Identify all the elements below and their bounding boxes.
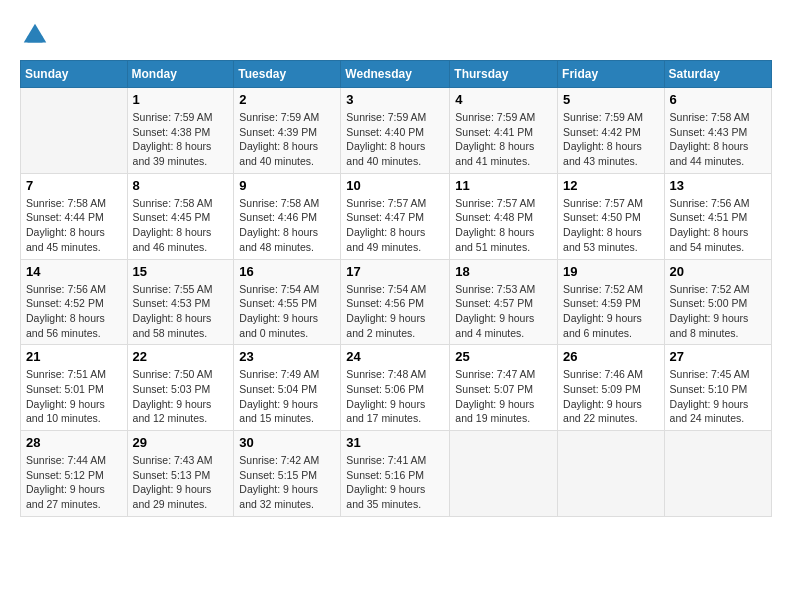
svg-rect-1 [28, 37, 43, 43]
calendar-cell: 19Sunrise: 7:52 AMSunset: 4:59 PMDayligh… [558, 259, 665, 345]
day-number: 31 [346, 435, 444, 450]
day-info: Sunrise: 7:44 AMSunset: 5:12 PMDaylight:… [26, 453, 122, 512]
day-number: 18 [455, 264, 552, 279]
day-number: 23 [239, 349, 335, 364]
day-info: Sunrise: 7:58 AMSunset: 4:44 PMDaylight:… [26, 196, 122, 255]
day-number: 21 [26, 349, 122, 364]
calendar-cell: 20Sunrise: 7:52 AMSunset: 5:00 PMDayligh… [664, 259, 771, 345]
calendar-cell: 1Sunrise: 7:59 AMSunset: 4:38 PMDaylight… [127, 88, 234, 174]
calendar-cell: 26Sunrise: 7:46 AMSunset: 5:09 PMDayligh… [558, 345, 665, 431]
day-number: 22 [133, 349, 229, 364]
day-info: Sunrise: 7:46 AMSunset: 5:09 PMDaylight:… [563, 367, 659, 426]
calendar-week-row: 21Sunrise: 7:51 AMSunset: 5:01 PMDayligh… [21, 345, 772, 431]
day-info: Sunrise: 7:54 AMSunset: 4:56 PMDaylight:… [346, 282, 444, 341]
calendar-cell: 28Sunrise: 7:44 AMSunset: 5:12 PMDayligh… [21, 431, 128, 517]
day-info: Sunrise: 7:50 AMSunset: 5:03 PMDaylight:… [133, 367, 229, 426]
day-number: 28 [26, 435, 122, 450]
day-number: 8 [133, 178, 229, 193]
calendar-cell: 2Sunrise: 7:59 AMSunset: 4:39 PMDaylight… [234, 88, 341, 174]
weekday-header: Tuesday [234, 61, 341, 88]
day-number: 16 [239, 264, 335, 279]
calendar-cell: 5Sunrise: 7:59 AMSunset: 4:42 PMDaylight… [558, 88, 665, 174]
calendar-week-row: 28Sunrise: 7:44 AMSunset: 5:12 PMDayligh… [21, 431, 772, 517]
day-info: Sunrise: 7:52 AMSunset: 4:59 PMDaylight:… [563, 282, 659, 341]
calendar-cell: 7Sunrise: 7:58 AMSunset: 4:44 PMDaylight… [21, 173, 128, 259]
calendar-cell: 25Sunrise: 7:47 AMSunset: 5:07 PMDayligh… [450, 345, 558, 431]
day-number: 26 [563, 349, 659, 364]
calendar-cell: 9Sunrise: 7:58 AMSunset: 4:46 PMDaylight… [234, 173, 341, 259]
day-number: 9 [239, 178, 335, 193]
day-number: 27 [670, 349, 766, 364]
day-number: 15 [133, 264, 229, 279]
weekday-header: Sunday [21, 61, 128, 88]
day-number: 6 [670, 92, 766, 107]
day-number: 14 [26, 264, 122, 279]
day-info: Sunrise: 7:43 AMSunset: 5:13 PMDaylight:… [133, 453, 229, 512]
calendar-cell [21, 88, 128, 174]
day-number: 17 [346, 264, 444, 279]
day-number: 24 [346, 349, 444, 364]
calendar-table: SundayMondayTuesdayWednesdayThursdayFrid… [20, 60, 772, 517]
day-info: Sunrise: 7:52 AMSunset: 5:00 PMDaylight:… [670, 282, 766, 341]
logo [20, 20, 54, 50]
day-number: 1 [133, 92, 229, 107]
day-info: Sunrise: 7:45 AMSunset: 5:10 PMDaylight:… [670, 367, 766, 426]
calendar-cell: 18Sunrise: 7:53 AMSunset: 4:57 PMDayligh… [450, 259, 558, 345]
day-info: Sunrise: 7:59 AMSunset: 4:38 PMDaylight:… [133, 110, 229, 169]
weekday-header: Saturday [664, 61, 771, 88]
calendar-cell: 31Sunrise: 7:41 AMSunset: 5:16 PMDayligh… [341, 431, 450, 517]
day-info: Sunrise: 7:57 AMSunset: 4:48 PMDaylight:… [455, 196, 552, 255]
weekday-header: Wednesday [341, 61, 450, 88]
day-info: Sunrise: 7:57 AMSunset: 4:50 PMDaylight:… [563, 196, 659, 255]
day-number: 4 [455, 92, 552, 107]
day-number: 10 [346, 178, 444, 193]
day-number: 11 [455, 178, 552, 193]
calendar-cell: 23Sunrise: 7:49 AMSunset: 5:04 PMDayligh… [234, 345, 341, 431]
day-info: Sunrise: 7:58 AMSunset: 4:45 PMDaylight:… [133, 196, 229, 255]
day-info: Sunrise: 7:51 AMSunset: 5:01 PMDaylight:… [26, 367, 122, 426]
weekday-header: Thursday [450, 61, 558, 88]
calendar-cell: 8Sunrise: 7:58 AMSunset: 4:45 PMDaylight… [127, 173, 234, 259]
day-info: Sunrise: 7:41 AMSunset: 5:16 PMDaylight:… [346, 453, 444, 512]
day-number: 30 [239, 435, 335, 450]
calendar-cell: 12Sunrise: 7:57 AMSunset: 4:50 PMDayligh… [558, 173, 665, 259]
day-info: Sunrise: 7:59 AMSunset: 4:42 PMDaylight:… [563, 110, 659, 169]
day-number: 19 [563, 264, 659, 279]
day-number: 5 [563, 92, 659, 107]
calendar-cell: 14Sunrise: 7:56 AMSunset: 4:52 PMDayligh… [21, 259, 128, 345]
day-info: Sunrise: 7:59 AMSunset: 4:40 PMDaylight:… [346, 110, 444, 169]
day-info: Sunrise: 7:57 AMSunset: 4:47 PMDaylight:… [346, 196, 444, 255]
day-number: 3 [346, 92, 444, 107]
calendar-week-row: 14Sunrise: 7:56 AMSunset: 4:52 PMDayligh… [21, 259, 772, 345]
day-info: Sunrise: 7:59 AMSunset: 4:41 PMDaylight:… [455, 110, 552, 169]
day-info: Sunrise: 7:42 AMSunset: 5:15 PMDaylight:… [239, 453, 335, 512]
calendar-cell: 15Sunrise: 7:55 AMSunset: 4:53 PMDayligh… [127, 259, 234, 345]
day-info: Sunrise: 7:54 AMSunset: 4:55 PMDaylight:… [239, 282, 335, 341]
calendar-cell: 30Sunrise: 7:42 AMSunset: 5:15 PMDayligh… [234, 431, 341, 517]
day-number: 7 [26, 178, 122, 193]
day-info: Sunrise: 7:58 AMSunset: 4:46 PMDaylight:… [239, 196, 335, 255]
day-info: Sunrise: 7:47 AMSunset: 5:07 PMDaylight:… [455, 367, 552, 426]
calendar-cell [558, 431, 665, 517]
day-info: Sunrise: 7:55 AMSunset: 4:53 PMDaylight:… [133, 282, 229, 341]
weekday-header-row: SundayMondayTuesdayWednesdayThursdayFrid… [21, 61, 772, 88]
weekday-header: Monday [127, 61, 234, 88]
day-number: 29 [133, 435, 229, 450]
calendar-cell: 4Sunrise: 7:59 AMSunset: 4:41 PMDaylight… [450, 88, 558, 174]
weekday-header: Friday [558, 61, 665, 88]
day-number: 13 [670, 178, 766, 193]
calendar-cell: 16Sunrise: 7:54 AMSunset: 4:55 PMDayligh… [234, 259, 341, 345]
calendar-week-row: 7Sunrise: 7:58 AMSunset: 4:44 PMDaylight… [21, 173, 772, 259]
day-info: Sunrise: 7:56 AMSunset: 4:52 PMDaylight:… [26, 282, 122, 341]
day-info: Sunrise: 7:56 AMSunset: 4:51 PMDaylight:… [670, 196, 766, 255]
calendar-cell: 10Sunrise: 7:57 AMSunset: 4:47 PMDayligh… [341, 173, 450, 259]
calendar-week-row: 1Sunrise: 7:59 AMSunset: 4:38 PMDaylight… [21, 88, 772, 174]
day-number: 2 [239, 92, 335, 107]
calendar-cell: 13Sunrise: 7:56 AMSunset: 4:51 PMDayligh… [664, 173, 771, 259]
day-number: 20 [670, 264, 766, 279]
day-number: 25 [455, 349, 552, 364]
day-info: Sunrise: 7:58 AMSunset: 4:43 PMDaylight:… [670, 110, 766, 169]
calendar-cell [450, 431, 558, 517]
calendar-cell [664, 431, 771, 517]
calendar-cell: 24Sunrise: 7:48 AMSunset: 5:06 PMDayligh… [341, 345, 450, 431]
